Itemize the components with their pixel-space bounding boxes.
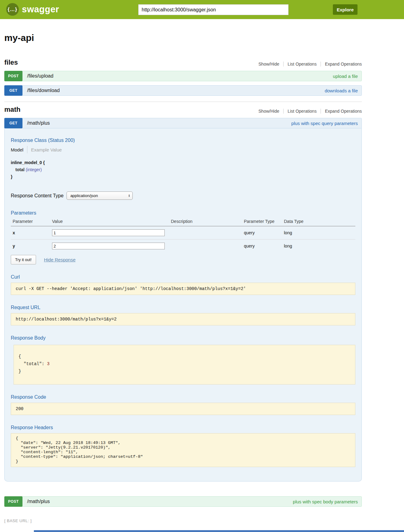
curl-command-block: curl -X GET --header 'Accept: applicatio…	[11, 283, 355, 295]
json-value-total: 3	[47, 361, 49, 366]
param-row-x: x query long	[11, 226, 355, 240]
model-signature: inline_model_0 { total (integer) }	[11, 160, 355, 179]
tab-model[interactable]: Model	[11, 147, 23, 152]
response-headers-line: "server": "Jetty(9.2.21.v20170120)",	[16, 445, 350, 450]
response-headers-line: "date": "Wed, 22 Aug 2018 18:49:13 GMT",	[16, 441, 350, 445]
op-path-link[interactable]: /math/plus	[27, 120, 50, 126]
response-body-heading: Response Body	[11, 335, 355, 341]
brand-name: swagger	[22, 4, 59, 14]
param-description	[169, 240, 242, 253]
model-tabs: Model Example Value	[11, 146, 355, 153]
swagger-ui-app: {…} swagger Explore my-api files Show/Hi…	[0, 0, 404, 532]
param-value-input-x[interactable]	[52, 229, 165, 236]
model-property-name: total	[15, 167, 25, 172]
col-data-type: Data Type	[282, 218, 355, 226]
math-section-controls: Show/Hide List Operations Expand Operati…	[254, 109, 362, 114]
parameters-header-row: Parameter Value Description Parameter Ty…	[11, 218, 355, 226]
col-parameter-type: Parameter Type	[242, 218, 282, 226]
response-headers-line: "content-length": "11",	[16, 450, 350, 454]
parameters-heading: Parameters	[11, 210, 355, 216]
spec-url-input[interactable]	[138, 4, 289, 15]
response-content-type-label: Response Content Type	[11, 193, 63, 199]
show-hide-link[interactable]: Show/Hide	[254, 62, 283, 66]
op-summary-link[interactable]: plus with spec query parameters	[291, 121, 358, 126]
explore-button[interactable]: Explore	[333, 4, 358, 15]
json-key-total: "total":	[24, 361, 44, 366]
param-name: x	[11, 226, 50, 240]
json-open-brace: {	[18, 353, 350, 360]
bottom-partial-bar	[34, 530, 404, 532]
response-content-type-value: application/json	[70, 193, 98, 198]
math-section-header: math Show/Hide List Operations Expand Op…	[4, 106, 362, 114]
response-body-block: { "total": 3 }	[14, 345, 355, 385]
response-headers-block: { "date": "Wed, 22 Aug 2018 18:49:13 GMT…	[11, 433, 355, 467]
response-headers-line: }	[16, 459, 350, 464]
param-data-type: long	[282, 240, 355, 253]
param-type: query	[242, 226, 282, 240]
model-name: inline_model_0 {	[11, 160, 355, 165]
expand-operations-link[interactable]: Expand Operations	[321, 62, 362, 66]
op-summary-link[interactable]: downloads a file	[325, 88, 358, 93]
section-title-files[interactable]: files	[4, 58, 18, 66]
col-parameter: Parameter	[11, 218, 50, 226]
section-divider	[4, 102, 362, 102]
param-description	[169, 226, 242, 240]
base-url-label: [ BASE URL: ]	[4, 518, 404, 523]
method-badge-post: POST	[4, 496, 22, 507]
op-row-get-math-plus[interactable]: GET /math/plus plus with spec query para…	[4, 118, 362, 128]
response-headers-line: "content-type": "application/json; chars…	[16, 454, 350, 459]
page-title: my-api	[4, 33, 362, 43]
json-close-brace: }	[18, 368, 350, 375]
param-data-type: long	[282, 226, 355, 240]
param-name: y	[11, 240, 50, 253]
response-content-type-select[interactable]: application/json ▲▼	[67, 191, 133, 200]
response-class-heading: Response Class (Status 200)	[11, 138, 355, 143]
op-path-link[interactable]: /math/plus	[27, 499, 50, 504]
op-row-get-files-download[interactable]: GET /files/download downloads a file	[4, 85, 362, 96]
response-code-heading: Response Code	[11, 394, 355, 400]
param-row-y: y query long	[11, 240, 355, 253]
col-description: Description	[169, 218, 242, 226]
section-title-math[interactable]: math	[4, 106, 21, 114]
op-panel-get-math-plus: GET /math/plus plus with spec query para…	[4, 118, 362, 482]
show-hide-link[interactable]: Show/Hide	[254, 109, 283, 114]
method-badge-get: GET	[4, 118, 22, 128]
files-section-header: files Show/Hide List Operations Expand O…	[4, 58, 362, 66]
curl-heading: Curl	[11, 274, 355, 280]
request-url-block: http://localhost:3000/math/plus?x=1&y=2	[11, 313, 355, 325]
op-summary-link[interactable]: upload a file	[333, 74, 358, 79]
op-path-link[interactable]: /files/upload	[27, 73, 53, 79]
response-headers-line: {	[16, 436, 350, 441]
tab-separator	[27, 146, 27, 153]
hide-response-link[interactable]: Hide Response	[44, 257, 76, 262]
list-operations-link[interactable]: List Operations	[283, 109, 321, 114]
swagger-logo-icon: {…}	[6, 3, 19, 16]
method-badge-post: POST	[4, 71, 22, 81]
param-type: query	[242, 240, 282, 253]
method-badge-get: GET	[4, 85, 22, 96]
try-it-out-button[interactable]: Try it out!	[11, 255, 36, 264]
tab-example-value[interactable]: Example Value	[31, 147, 62, 152]
model-property-type: (integer)	[26, 167, 42, 172]
param-value-input-y[interactable]	[52, 243, 165, 249]
response-code-block: 200	[11, 403, 355, 415]
header-bar: {…} swagger Explore	[0, 0, 404, 19]
op-path-link[interactable]: /files/download	[27, 88, 60, 93]
op-summary-link[interactable]: plus with spec body parameters	[293, 499, 358, 504]
model-closing-brace: }	[11, 174, 355, 179]
col-value: Value	[50, 218, 169, 226]
list-operations-link[interactable]: List Operations	[283, 62, 321, 66]
parameters-table: Parameter Value Description Parameter Ty…	[11, 218, 355, 252]
request-url-heading: Request URL	[11, 305, 355, 310]
op-row-post-files-upload[interactable]: POST /files/upload upload a file	[4, 71, 362, 81]
select-arrows-icon: ▲▼	[128, 194, 130, 197]
op-row-post-math-plus[interactable]: POST /math/plus plus with spec body para…	[4, 496, 362, 507]
op-detail-body: Response Class (Status 200) Model Exampl…	[4, 128, 362, 482]
response-headers-heading: Response Headers	[11, 425, 355, 430]
swagger-brand-link[interactable]: {…} swagger	[6, 3, 59, 16]
expand-operations-link[interactable]: Expand Operations	[321, 109, 362, 114]
files-section-controls: Show/Hide List Operations Expand Operati…	[254, 62, 362, 66]
